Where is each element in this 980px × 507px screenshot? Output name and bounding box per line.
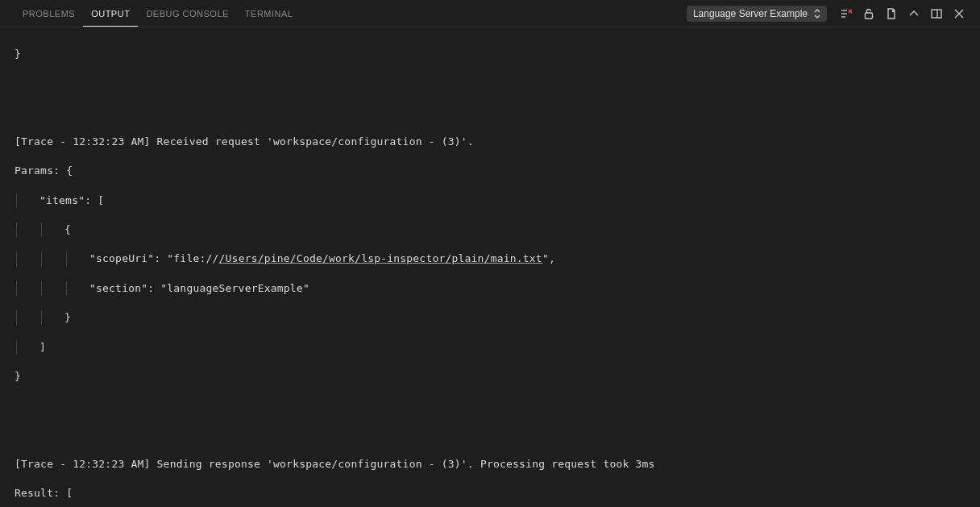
log-line: Result: [ (15, 486, 965, 501)
log-line: } (15, 47, 965, 61)
tab-terminal[interactable]: TERMINAL (237, 1, 301, 27)
log-line: { (15, 222, 965, 237)
panel-tab-bar: PROBLEMS OUTPUT DEBUG CONSOLE TERMINAL L… (0, 0, 980, 27)
log-line: } (15, 369, 965, 384)
log-line: "scopeUri": "file:///Users/pine/Code/wor… (15, 251, 965, 266)
clear-output-button[interactable] (835, 2, 858, 25)
clear-output-icon (840, 7, 853, 20)
log-line: ] (15, 340, 965, 355)
close-panel-button[interactable] (948, 2, 970, 25)
output-channel-selected: Language Server Example (693, 8, 808, 19)
close-icon (953, 7, 965, 20)
open-log-file-button[interactable] (880, 2, 903, 25)
file-arrow-icon (885, 7, 898, 20)
chevron-up-icon (907, 7, 920, 20)
toggle-layout-button[interactable] (925, 2, 948, 25)
output-channel-select[interactable]: Language Server Example (687, 6, 827, 22)
panel-layout-icon (930, 7, 943, 20)
svg-rect-1 (932, 10, 941, 18)
log-line: Params: { (15, 164, 965, 178)
log-line: "section": "languageServerExample" (15, 281, 965, 296)
collapse-panel-button[interactable] (903, 2, 925, 25)
log-line: [Trace - 12:32:23 AM] Received request '… (15, 135, 965, 149)
updown-icon (814, 9, 820, 19)
tab-problems[interactable]: PROBLEMS (15, 1, 83, 27)
lock-open-icon (862, 7, 875, 20)
tab-output[interactable]: OUTPUT (83, 1, 138, 27)
tab-debug-console[interactable]: DEBUG CONSOLE (138, 1, 236, 27)
output-log-view[interactable]: } [Trace - 12:32:23 AM] Received request… (0, 27, 980, 507)
lock-scroll-button[interactable] (858, 2, 880, 25)
log-line: "items": [ (15, 193, 965, 208)
log-line: [Trace - 12:32:23 AM] Sending response '… (15, 457, 965, 472)
svg-rect-0 (866, 13, 873, 19)
log-line: } (15, 310, 965, 325)
